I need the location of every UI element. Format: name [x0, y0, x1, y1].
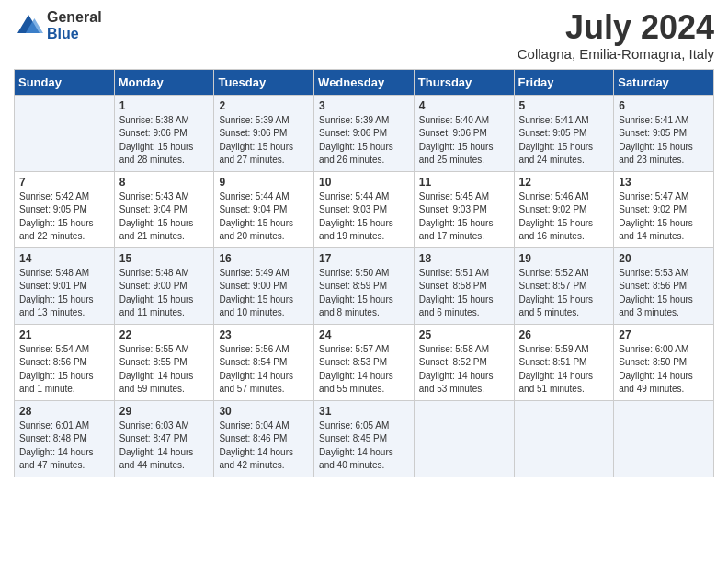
day-cell: 10Sunrise: 5:44 AM Sunset: 9:03 PM Dayli… [314, 171, 415, 247]
col-monday: Monday [114, 69, 214, 95]
day-cell: 18Sunrise: 5:51 AM Sunset: 8:58 PM Dayli… [414, 247, 514, 324]
day-info: Sunrise: 5:48 AM Sunset: 9:01 PM Dayligh… [19, 267, 109, 320]
day-info: Sunrise: 5:58 AM Sunset: 8:52 PM Dayligh… [419, 343, 509, 396]
day-cell: 9Sunrise: 5:44 AM Sunset: 9:04 PM Daylig… [214, 171, 314, 247]
day-cell: 4Sunrise: 5:40 AM Sunset: 9:06 PM Daylig… [414, 95, 514, 171]
col-wednesday: Wednesday [314, 69, 415, 95]
day-info: Sunrise: 5:46 AM Sunset: 9:02 PM Dayligh… [519, 190, 609, 244]
day-cell: 27Sunrise: 6:00 AM Sunset: 8:50 PM Dayli… [614, 324, 714, 400]
day-cell: 13Sunrise: 5:47 AM Sunset: 9:02 PM Dayli… [614, 171, 714, 247]
day-number: 3 [319, 99, 409, 112]
day-info: Sunrise: 5:50 AM Sunset: 8:59 PM Dayligh… [319, 267, 409, 320]
day-cell [15, 95, 115, 171]
day-info: Sunrise: 5:39 AM Sunset: 9:06 PM Dayligh… [319, 114, 409, 167]
day-info: Sunrise: 6:03 AM Sunset: 8:47 PM Dayligh… [119, 419, 210, 473]
day-info: Sunrise: 5:49 AM Sunset: 9:00 PM Dayligh… [219, 267, 309, 320]
day-cell: 23Sunrise: 5:56 AM Sunset: 8:54 PM Dayli… [214, 324, 314, 400]
day-info: Sunrise: 5:52 AM Sunset: 8:57 PM Dayligh… [519, 267, 609, 320]
week-row-2: 14Sunrise: 5:48 AM Sunset: 9:01 PM Dayli… [15, 247, 714, 324]
logo: General Blue [14, 9, 102, 41]
day-info: Sunrise: 5:48 AM Sunset: 9:00 PM Dayligh… [119, 267, 210, 320]
day-info: Sunrise: 5:53 AM Sunset: 8:56 PM Dayligh… [619, 267, 709, 320]
day-cell: 11Sunrise: 5:45 AM Sunset: 9:03 PM Dayli… [414, 171, 514, 247]
day-cell: 29Sunrise: 6:03 AM Sunset: 8:47 PM Dayli… [114, 400, 214, 477]
day-info: Sunrise: 5:42 AM Sunset: 9:05 PM Dayligh… [19, 190, 109, 244]
day-number: 13 [619, 176, 709, 189]
day-number: 1 [119, 99, 210, 112]
day-number: 26 [519, 328, 609, 341]
day-number: 8 [119, 176, 210, 189]
day-cell: 2Sunrise: 5:39 AM Sunset: 9:06 PM Daylig… [214, 95, 314, 171]
day-info: Sunrise: 5:41 AM Sunset: 9:05 PM Dayligh… [619, 114, 709, 167]
logo-text: General Blue [47, 9, 102, 41]
day-info: Sunrise: 5:44 AM Sunset: 9:03 PM Dayligh… [319, 190, 409, 244]
day-info: Sunrise: 5:45 AM Sunset: 9:03 PM Dayligh… [419, 190, 509, 244]
day-cell: 25Sunrise: 5:58 AM Sunset: 8:52 PM Dayli… [414, 324, 514, 400]
day-cell: 22Sunrise: 5:55 AM Sunset: 8:55 PM Dayli… [114, 324, 214, 400]
day-info: Sunrise: 6:04 AM Sunset: 8:46 PM Dayligh… [219, 419, 309, 473]
day-info: Sunrise: 5:54 AM Sunset: 8:56 PM Dayligh… [19, 343, 109, 396]
day-number: 7 [19, 176, 109, 189]
day-number: 27 [619, 328, 709, 341]
day-number: 9 [219, 176, 309, 189]
day-number: 4 [419, 99, 509, 112]
day-number: 25 [419, 328, 509, 341]
day-number: 22 [119, 328, 210, 341]
day-info: Sunrise: 5:40 AM Sunset: 9:06 PM Dayligh… [419, 114, 509, 167]
day-cell: 6Sunrise: 5:41 AM Sunset: 9:05 PM Daylig… [614, 95, 714, 171]
day-cell: 3Sunrise: 5:39 AM Sunset: 9:06 PM Daylig… [314, 95, 415, 171]
week-row-4: 28Sunrise: 6:01 AM Sunset: 8:48 PM Dayli… [15, 400, 714, 477]
day-number: 15 [119, 252, 210, 265]
day-cell [514, 400, 614, 477]
day-number: 11 [419, 176, 509, 189]
logo-blue: Blue [47, 26, 102, 42]
logo-icon [14, 11, 43, 40]
day-cell: 30Sunrise: 6:04 AM Sunset: 8:46 PM Dayli… [214, 400, 314, 477]
day-info: Sunrise: 5:55 AM Sunset: 8:55 PM Dayligh… [119, 343, 210, 396]
day-number: 12 [519, 176, 609, 189]
col-tuesday: Tuesday [214, 69, 314, 95]
day-cell: 8Sunrise: 5:43 AM Sunset: 9:04 PM Daylig… [114, 171, 214, 247]
calendar-title: July 2024 [518, 9, 714, 46]
day-cell: 17Sunrise: 5:50 AM Sunset: 8:59 PM Dayli… [314, 247, 415, 324]
day-number: 29 [119, 405, 210, 418]
day-number: 17 [319, 252, 409, 265]
col-friday: Friday [514, 69, 614, 95]
day-info: Sunrise: 6:05 AM Sunset: 8:45 PM Dayligh… [319, 419, 409, 473]
day-cell: 15Sunrise: 5:48 AM Sunset: 9:00 PM Dayli… [114, 247, 214, 324]
day-number: 31 [319, 405, 409, 418]
day-number: 2 [219, 99, 309, 112]
day-cell: 14Sunrise: 5:48 AM Sunset: 9:01 PM Dayli… [15, 247, 115, 324]
day-info: Sunrise: 5:39 AM Sunset: 9:06 PM Dayligh… [219, 114, 309, 167]
day-info: Sunrise: 6:00 AM Sunset: 8:50 PM Dayligh… [619, 343, 709, 396]
day-number: 10 [319, 176, 409, 189]
day-cell: 12Sunrise: 5:46 AM Sunset: 9:02 PM Dayli… [514, 171, 614, 247]
day-number: 30 [219, 405, 309, 418]
day-info: Sunrise: 5:59 AM Sunset: 8:51 PM Dayligh… [519, 343, 609, 396]
logo-general: General [47, 9, 102, 26]
day-number: 6 [619, 99, 709, 112]
title-block: July 2024 Collagna, Emilia-Romagna, Ital… [518, 9, 714, 62]
col-saturday: Saturday [614, 69, 714, 95]
day-cell: 5Sunrise: 5:41 AM Sunset: 9:05 PM Daylig… [514, 95, 614, 171]
day-number: 5 [519, 99, 609, 112]
day-cell: 16Sunrise: 5:49 AM Sunset: 9:00 PM Dayli… [214, 247, 314, 324]
day-cell: 21Sunrise: 5:54 AM Sunset: 8:56 PM Dayli… [15, 324, 115, 400]
day-info: Sunrise: 5:41 AM Sunset: 9:05 PM Dayligh… [519, 114, 609, 167]
day-info: Sunrise: 5:38 AM Sunset: 9:06 PM Dayligh… [119, 114, 210, 167]
day-number: 24 [319, 328, 409, 341]
day-cell: 26Sunrise: 5:59 AM Sunset: 8:51 PM Dayli… [514, 324, 614, 400]
day-number: 20 [619, 252, 709, 265]
day-cell: 1Sunrise: 5:38 AM Sunset: 9:06 PM Daylig… [114, 95, 214, 171]
day-number: 21 [19, 328, 109, 341]
calendar-subtitle: Collagna, Emilia-Romagna, Italy [518, 46, 714, 62]
day-info: Sunrise: 5:57 AM Sunset: 8:53 PM Dayligh… [319, 343, 409, 396]
day-info: Sunrise: 6:01 AM Sunset: 8:48 PM Dayligh… [19, 419, 109, 473]
day-cell: 31Sunrise: 6:05 AM Sunset: 8:45 PM Dayli… [314, 400, 415, 477]
day-info: Sunrise: 5:51 AM Sunset: 8:58 PM Dayligh… [419, 267, 509, 320]
day-cell [614, 400, 714, 477]
calendar-container: General Blue July 2024 Collagna, Emilia-… [0, 0, 728, 491]
week-row-0: 1Sunrise: 5:38 AM Sunset: 9:06 PM Daylig… [15, 95, 714, 171]
day-info: Sunrise: 5:47 AM Sunset: 9:02 PM Dayligh… [619, 190, 709, 244]
day-number: 19 [519, 252, 609, 265]
